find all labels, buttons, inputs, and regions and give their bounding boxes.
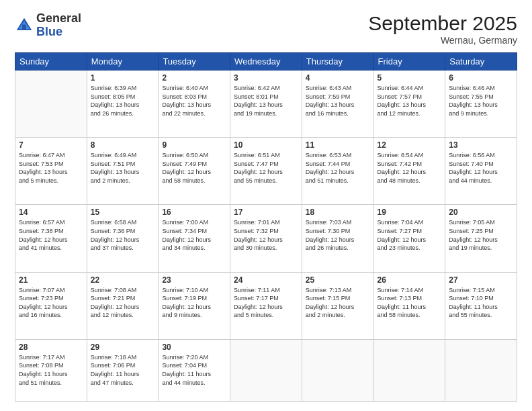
day-number: 28 (19, 342, 83, 352)
cell-info: Sunrise: 7:07 AM Sunset: 7:23 PM Dayligh… (19, 286, 83, 320)
table-row: 8Sunrise: 6:49 AM Sunset: 7:51 PM Daylig… (87, 138, 159, 205)
day-number: 10 (234, 140, 298, 150)
cell-info: Sunrise: 7:00 AM Sunset: 7:34 PM Dayligh… (162, 218, 226, 252)
header-monday: Monday (87, 53, 159, 71)
day-number: 18 (306, 208, 370, 217)
cell-info: Sunrise: 6:50 AM Sunset: 7:49 PM Dayligh… (162, 151, 226, 185)
logo-text: General Blue (36, 12, 81, 39)
calendar-table: Sunday Monday Tuesday Wednesday Thursday… (15, 52, 517, 402)
cell-info: Sunrise: 7:13 AM Sunset: 7:15 PM Dayligh… (306, 286, 370, 320)
day-number: 2 (162, 73, 226, 83)
day-number: 3 (234, 73, 298, 83)
table-row: 4Sunrise: 6:43 AM Sunset: 7:59 PM Daylig… (302, 71, 373, 138)
cell-info: Sunrise: 6:46 AM Sunset: 7:55 PM Dayligh… (449, 84, 513, 118)
day-number: 4 (306, 73, 370, 83)
header-row: Sunday Monday Tuesday Wednesday Thursday… (15, 53, 517, 71)
table-row (15, 71, 87, 138)
day-number: 21 (19, 275, 83, 285)
table-row: 1Sunrise: 6:39 AM Sunset: 8:05 PM Daylig… (87, 71, 159, 138)
day-number: 12 (378, 140, 442, 150)
table-row: 7Sunrise: 6:47 AM Sunset: 7:53 PM Daylig… (15, 138, 87, 205)
cell-info: Sunrise: 7:08 AM Sunset: 7:21 PM Dayligh… (91, 286, 155, 320)
header-thursday: Thursday (302, 53, 373, 71)
table-row (230, 339, 302, 401)
cell-info: Sunrise: 7:03 AM Sunset: 7:30 PM Dayligh… (306, 218, 370, 252)
day-number: 1 (91, 73, 155, 83)
day-number: 13 (449, 140, 513, 150)
cell-info: Sunrise: 7:10 AM Sunset: 7:19 PM Dayligh… (162, 286, 226, 320)
table-row: 12Sunrise: 6:54 AM Sunset: 7:42 PM Dayli… (373, 138, 445, 205)
table-row: 3Sunrise: 6:42 AM Sunset: 8:01 PM Daylig… (230, 71, 302, 138)
day-number: 26 (378, 275, 442, 285)
table-row: 16Sunrise: 7:00 AM Sunset: 7:34 PM Dayli… (159, 205, 230, 272)
day-number: 22 (91, 275, 155, 285)
logo-general-text: General (36, 11, 81, 25)
table-row (373, 339, 445, 401)
table-row: 18Sunrise: 7:03 AM Sunset: 7:30 PM Dayli… (302, 205, 373, 272)
table-row: 24Sunrise: 7:11 AM Sunset: 7:17 PM Dayli… (230, 272, 302, 339)
header-wednesday: Wednesday (230, 53, 302, 71)
day-number: 8 (91, 140, 155, 150)
table-row: 15Sunrise: 6:58 AM Sunset: 7:36 PM Dayli… (87, 205, 159, 272)
cell-info: Sunrise: 6:53 AM Sunset: 7:44 PM Dayligh… (306, 151, 370, 185)
table-row: 27Sunrise: 7:15 AM Sunset: 7:10 PM Dayli… (445, 272, 517, 339)
table-row: 5Sunrise: 6:44 AM Sunset: 7:57 PM Daylig… (373, 71, 445, 138)
day-number: 29 (91, 342, 155, 352)
title-section: September 2025 Wernau, Germany (368, 12, 517, 46)
header-sunday: Sunday (15, 53, 87, 71)
day-number: 23 (162, 275, 226, 285)
day-number: 15 (91, 208, 155, 217)
day-number: 25 (306, 275, 370, 285)
cell-info: Sunrise: 7:01 AM Sunset: 7:32 PM Dayligh… (234, 218, 298, 252)
header-tuesday: Tuesday (159, 53, 230, 71)
cell-info: Sunrise: 7:18 AM Sunset: 7:06 PM Dayligh… (91, 353, 155, 387)
day-number: 16 (162, 208, 226, 217)
cell-info: Sunrise: 6:42 AM Sunset: 8:01 PM Dayligh… (234, 84, 298, 118)
cell-info: Sunrise: 6:56 AM Sunset: 7:40 PM Dayligh… (449, 151, 513, 185)
day-number: 24 (234, 275, 298, 285)
cell-info: Sunrise: 6:43 AM Sunset: 7:59 PM Dayligh… (306, 84, 370, 118)
logo: General Blue (15, 12, 81, 39)
cell-info: Sunrise: 6:54 AM Sunset: 7:42 PM Dayligh… (378, 151, 442, 185)
logo-icon (15, 16, 34, 35)
cell-info: Sunrise: 6:51 AM Sunset: 7:47 PM Dayligh… (234, 151, 298, 185)
table-row: 11Sunrise: 6:53 AM Sunset: 7:44 PM Dayli… (302, 138, 373, 205)
page: General Blue September 2025 Wernau, Germ… (0, 0, 532, 411)
table-row (445, 339, 517, 401)
svg-rect-2 (22, 24, 26, 30)
cell-info: Sunrise: 7:17 AM Sunset: 7:08 PM Dayligh… (19, 353, 83, 387)
day-number: 11 (306, 140, 370, 150)
table-row: 14Sunrise: 6:57 AM Sunset: 7:38 PM Dayli… (15, 205, 87, 272)
table-row: 25Sunrise: 7:13 AM Sunset: 7:15 PM Dayli… (302, 272, 373, 339)
day-number: 7 (19, 140, 83, 150)
day-number: 30 (162, 342, 226, 352)
location-text: Wernau, Germany (368, 35, 517, 46)
day-number: 20 (449, 208, 513, 217)
cell-info: Sunrise: 6:49 AM Sunset: 7:51 PM Dayligh… (91, 151, 155, 185)
table-row: 26Sunrise: 7:14 AM Sunset: 7:13 PM Dayli… (373, 272, 445, 339)
day-number: 27 (449, 275, 513, 285)
day-number: 19 (378, 208, 442, 217)
day-number: 5 (378, 73, 442, 83)
cell-info: Sunrise: 7:05 AM Sunset: 7:25 PM Dayligh… (449, 218, 513, 252)
cell-info: Sunrise: 7:15 AM Sunset: 7:10 PM Dayligh… (449, 286, 513, 320)
table-row: 9Sunrise: 6:50 AM Sunset: 7:49 PM Daylig… (159, 138, 230, 205)
table-row: 10Sunrise: 6:51 AM Sunset: 7:47 PM Dayli… (230, 138, 302, 205)
day-number: 6 (449, 73, 513, 83)
cell-info: Sunrise: 6:47 AM Sunset: 7:53 PM Dayligh… (19, 151, 83, 185)
cell-info: Sunrise: 7:11 AM Sunset: 7:17 PM Dayligh… (234, 286, 298, 320)
table-row: 28Sunrise: 7:17 AM Sunset: 7:08 PM Dayli… (15, 339, 87, 401)
cell-info: Sunrise: 6:40 AM Sunset: 8:03 PM Dayligh… (162, 84, 226, 118)
table-row: 19Sunrise: 7:04 AM Sunset: 7:27 PM Dayli… (373, 205, 445, 272)
cell-info: Sunrise: 7:14 AM Sunset: 7:13 PM Dayligh… (378, 286, 442, 320)
month-year-title: September 2025 (368, 12, 517, 35)
header-friday: Friday (373, 53, 445, 71)
cell-info: Sunrise: 6:57 AM Sunset: 7:38 PM Dayligh… (19, 218, 83, 252)
cell-info: Sunrise: 6:58 AM Sunset: 7:36 PM Dayligh… (91, 218, 155, 252)
table-row: 20Sunrise: 7:05 AM Sunset: 7:25 PM Dayli… (445, 205, 517, 272)
day-number: 14 (19, 208, 83, 217)
cell-info: Sunrise: 6:39 AM Sunset: 8:05 PM Dayligh… (91, 84, 155, 118)
day-number: 17 (234, 208, 298, 217)
table-row: 2Sunrise: 6:40 AM Sunset: 8:03 PM Daylig… (159, 71, 230, 138)
table-row: 22Sunrise: 7:08 AM Sunset: 7:21 PM Dayli… (87, 272, 159, 339)
